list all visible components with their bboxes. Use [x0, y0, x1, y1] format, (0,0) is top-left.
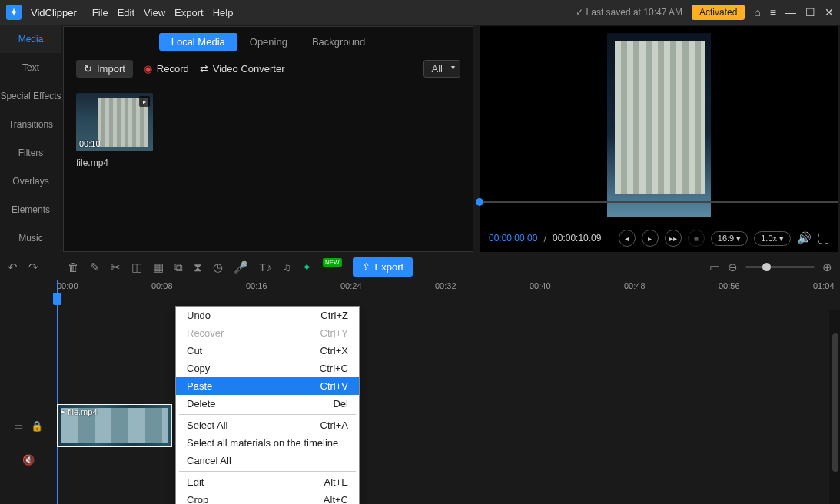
hamburger-icon[interactable]: ≡ — [770, 6, 776, 18]
menu-view[interactable]: View — [144, 7, 165, 18]
subtab-background[interactable]: Background — [300, 33, 377, 51]
zoom-knob[interactable] — [762, 263, 771, 271]
edit-icon[interactable]: ✎ — [90, 260, 100, 274]
voiceover-icon[interactable]: 🎤 — [234, 260, 248, 274]
tab-music[interactable]: Music — [0, 224, 61, 252]
close-icon[interactable]: ✕ — [825, 6, 834, 18]
maximize-icon[interactable]: ☐ — [805, 6, 815, 18]
record-button[interactable]: ◉Record — [144, 63, 189, 75]
playhead-handle[interactable] — [53, 293, 61, 305]
snapshot-icon[interactable]: ⧉ — [174, 260, 183, 274]
tab-media[interactable]: Media — [0, 25, 61, 53]
track-video-icon[interactable]: ▭ — [14, 420, 23, 432]
ctx-select-all[interactable]: Select AllCtrl+A — [176, 416, 359, 434]
timeline-scrollbar[interactable] — [829, 310, 840, 504]
timeline-clip-label: ▸ file.mp4 — [61, 406, 98, 416]
home-icon[interactable]: ⌂ — [754, 6, 760, 18]
timeline: 00:00 00:08 00:16 00:24 00:32 00:40 00:4… — [0, 280, 840, 504]
record-icon: ◉ — [144, 63, 152, 75]
audio-icon[interactable]: ♫ — [283, 260, 291, 274]
play-button[interactable]: ▸ — [642, 230, 659, 247]
ctx-copy[interactable]: CopyCtrl+C — [176, 360, 359, 377]
play-overlay-icon: ▸ — [139, 96, 150, 107]
export-button[interactable]: ⇪Export — [353, 257, 413, 277]
subtab-opening[interactable]: Opening — [237, 33, 300, 51]
fit-icon[interactable]: ▭ — [709, 260, 720, 274]
ctx-crop[interactable]: CropAlt+C — [176, 491, 359, 504]
tracks: ▭ 🔒 🔇 ▸ file.mp4 — [0, 310, 829, 504]
lock-icon[interactable]: 🔒 — [31, 420, 43, 432]
export-icon: ⇪ — [362, 261, 370, 273]
ctx-delete[interactable]: DeleteDel — [176, 395, 359, 413]
media-subtabs: Local Media Opening Background — [64, 27, 473, 54]
text-to-speech-icon[interactable]: T♪ — [259, 260, 272, 274]
zoom-out-icon[interactable]: ⊖ — [728, 260, 738, 274]
zoom-controls: ▭ ⊖ ⊕ — [709, 260, 832, 274]
tab-transitions[interactable]: Transitions — [0, 110, 61, 138]
subtab-local-media[interactable]: Local Media — [159, 33, 237, 51]
ctx-undo[interactable]: UndoCtrl+Z — [176, 307, 359, 324]
timeline-ruler[interactable]: 00:00 00:08 00:16 00:24 00:32 00:40 00:4… — [57, 280, 840, 295]
media-panel: Local Media Opening Background ↻Import ◉… — [63, 26, 473, 252]
menu-edit[interactable]: Edit — [118, 7, 134, 18]
tab-filters[interactable]: Filters — [0, 138, 61, 167]
left-tabs: Media Text Special Effects Transitions F… — [0, 25, 61, 254]
mosaic-icon[interactable]: ▦ — [153, 260, 164, 274]
stop-button[interactable]: ■ — [688, 230, 705, 247]
minimize-icon[interactable]: — — [785, 6, 796, 18]
timeline-clip[interactable]: ▸ file.mp4 — [57, 404, 172, 447]
tab-elements[interactable]: Elements — [0, 195, 61, 224]
zoom-in-icon[interactable]: ⊕ — [822, 260, 832, 274]
crop-icon[interactable]: ◫ — [131, 260, 142, 274]
ctx-recover[interactable]: RecoverCtrl+Y — [176, 324, 359, 342]
titlebar: ✦ VidClipper File Edit View Export Help … — [0, 0, 840, 25]
menu-help[interactable]: Help — [213, 7, 234, 18]
menu-file[interactable]: File — [92, 7, 108, 18]
audio-track-head: 🔇 — [0, 438, 57, 481]
ai-icon[interactable]: ✦ — [302, 260, 312, 274]
media-filter-dropdown[interactable]: All — [423, 60, 460, 78]
redo-icon[interactable]: ↷ — [28, 260, 38, 274]
app-logo: ✦ — [6, 5, 22, 20]
undo-icon[interactable]: ↶ — [8, 260, 18, 274]
split-icon[interactable]: ✂ — [111, 260, 121, 274]
app-name: VidClipper — [31, 7, 77, 18]
ctx-separator — [179, 471, 356, 472]
tab-special-effects[interactable]: Special Effects — [0, 81, 61, 110]
video-converter-button[interactable]: ⇄Video Converter — [200, 63, 285, 75]
fullscreen-icon[interactable]: ⛶ — [818, 232, 829, 245]
media-clip-thumbnail[interactable]: ▸ 00:10 — [76, 93, 153, 151]
ctx-select-timeline[interactable]: Select all materials on the timeline — [176, 434, 359, 452]
ctx-edit[interactable]: EditAlt+E — [176, 473, 359, 491]
ctx-cancel-all[interactable]: Cancel All — [176, 452, 359, 469]
activated-badge[interactable]: Activated — [692, 5, 745, 20]
speed-dropdown[interactable]: 1.0x▾ — [754, 231, 791, 246]
preview-scrub-track[interactable] — [480, 201, 838, 203]
import-button[interactable]: ↻Import — [76, 60, 133, 78]
prev-frame-button[interactable]: ◂ — [619, 230, 636, 247]
media-grid: ▸ 00:10 file.mp4 — [64, 84, 473, 177]
time-current: 00:00:00.00 — [489, 233, 537, 244]
next-frame-button[interactable]: ▸▸ — [665, 230, 682, 247]
context-menu: UndoCtrl+Z RecoverCtrl+Y CutCtrl+X CopyC… — [175, 306, 360, 504]
aspect-dropdown[interactable]: 16:9▾ — [711, 231, 748, 246]
tab-text[interactable]: Text — [0, 53, 61, 81]
import-icon: ↻ — [84, 63, 92, 75]
ctx-paste[interactable]: PasteCtrl+V — [176, 377, 359, 395]
preview-scrub-handle[interactable] — [476, 198, 483, 206]
preview-image — [615, 41, 705, 194]
tab-overlays[interactable]: Overlays — [0, 167, 61, 195]
freeze-icon[interactable]: ⧗ — [194, 260, 202, 274]
speed-icon[interactable]: ◷ — [213, 260, 223, 274]
delete-icon[interactable]: 🗑 — [68, 260, 79, 274]
save-status: ✓ Last saved at 10:47 AM — [576, 7, 682, 18]
ctx-cut[interactable]: CutCtrl+X — [176, 342, 359, 360]
zoom-slider[interactable] — [745, 266, 815, 268]
menu-export[interactable]: Export — [174, 7, 204, 18]
preview-viewport[interactable] — [480, 26, 838, 224]
volume-icon[interactable]: 🔊 — [797, 231, 812, 245]
mute-icon[interactable]: 🔇 — [22, 454, 35, 466]
scrollbar-thumb[interactable] — [832, 333, 838, 472]
ctx-separator — [179, 414, 356, 415]
clip-filename: file.mp4 — [76, 158, 460, 168]
